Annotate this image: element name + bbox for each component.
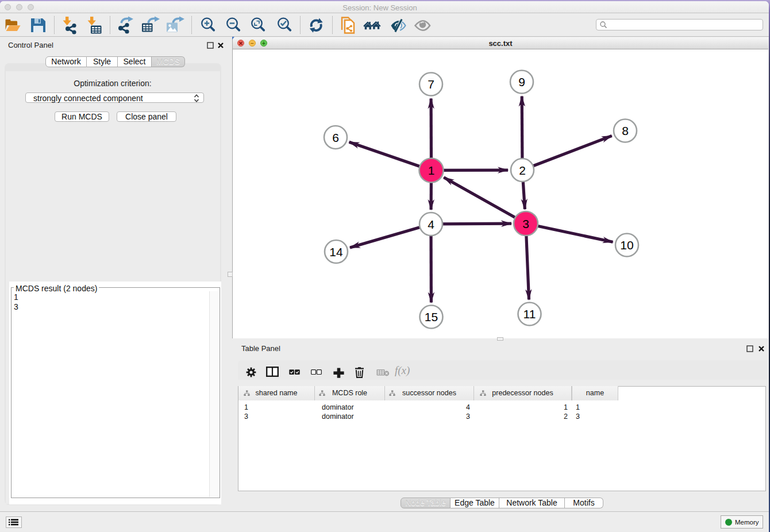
svg-text:7: 7 — [428, 78, 434, 91]
svg-text:11: 11 — [523, 307, 536, 321]
svg-text:15: 15 — [425, 310, 438, 323]
svg-text:1: 1 — [428, 164, 435, 177]
svg-text:6: 6 — [332, 131, 339, 144]
svg-text:3: 3 — [522, 217, 529, 230]
svg-text:14: 14 — [329, 245, 343, 259]
svg-text:4: 4 — [428, 218, 434, 231]
svg-text:10: 10 — [620, 238, 633, 252]
svg-text:8: 8 — [622, 124, 629, 137]
svg-text:9: 9 — [518, 75, 525, 88]
svg-text:2: 2 — [519, 164, 526, 177]
